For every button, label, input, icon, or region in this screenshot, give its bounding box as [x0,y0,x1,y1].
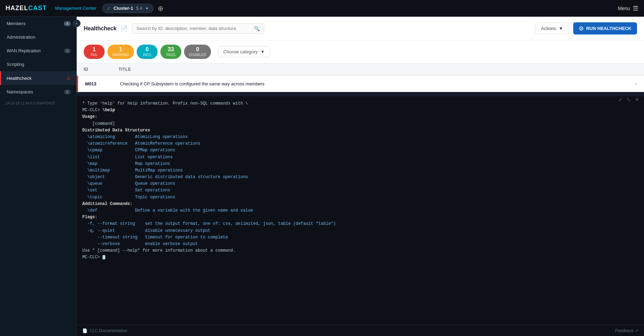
bottom-bar: 📄 CLC Documentation Feedback ↗ [77,325,644,336]
top-nav: HAZELCAST Management Center ✓ Cluster-1 … [0,0,644,17]
search-icon: 🔍 [254,26,260,31]
terminal-line: Flags: [82,214,638,221]
terminal-close-icon[interactable]: ✕ [634,96,640,103]
chevron-down-icon: ▼ [145,6,149,10]
category-placeholder: Choose category [223,49,257,54]
feedback-label: Feedback [615,328,634,333]
row-title: Checking if CP Subsystem is configured t… [120,81,627,86]
expand-row-icon[interactable]: › [627,81,637,87]
fail-count: 1 [93,47,96,52]
sidebar-label-healthcheck: Healthcheck [7,76,66,81]
sidebar-item-members[interactable]: Members 4 [0,17,76,30]
terminal-line: \map Map operations [82,161,638,167]
sidebar-version: 24-10-16 11:54 6.0-SNAPSHOT [0,99,76,108]
terminal-line: \atomiclong AtomicLong operations [82,134,638,140]
sidebar-item-wan-replication[interactable]: WAN Replication 0 [0,44,76,58]
actions-button[interactable]: Actions ▼ [535,23,569,34]
feedback-button[interactable]: Feedback ↗ [615,328,638,333]
disabled-label: DISABLED [189,53,206,57]
stats-row: 1 FAIL 1 WARNING 0 INFO 33 PASS 0 DISA [77,40,644,63]
play-icon: ⊙ [579,25,583,32]
terminal-line: \list List operations [82,154,638,161]
terminal-line: MC-CLC> \help [82,107,638,114]
terminal-line: \atomicreference AtomicReference operati… [82,140,638,147]
cluster-name: Cluster-1 [114,6,133,11]
warning-count: 1 [119,47,122,52]
search-input[interactable] [136,26,251,31]
terminal-line: [command] [82,121,638,127]
feedback-icon: ↗ [635,328,638,333]
cluster-selector[interactable]: ✓ Cluster-1 5.4 ▼ [102,4,153,13]
stat-fail[interactable]: 1 FAIL [84,45,105,59]
cluster-status-icon: ✓ [107,6,111,11]
terminal-fullscreen-icon[interactable]: ⤡ [626,96,631,103]
sidebar-badge-wan-replication: 0 [64,48,71,53]
sidebar-item-administration[interactable]: Administration [0,30,76,44]
healthcheck-title: Healthcheck [84,25,116,32]
healthcheck-panel: Healthcheck 📄 🔍 Actions ▼ ⊙ RUN HEALTHCH… [77,17,644,92]
terminal-line: * Type 'help' for help information. Pref… [82,100,638,107]
sidebar-collapse-button[interactable]: « [73,20,81,27]
title-column-header: Title [119,67,627,72]
stat-warning[interactable]: 1 WARNING [107,45,134,59]
warning-label: WARNING [112,53,129,57]
stat-pass[interactable]: 33 PASS [160,45,181,59]
terminal-line: \cpmap CPMap operations [82,147,638,154]
terminal-content[interactable]: * Type 'help' for help information. Pref… [77,96,644,325]
terminal-line: \multimap MultiMap operations [82,167,638,174]
info-count: 0 [146,47,149,52]
terminal-line: Use " [command] --help" for more informa… [82,247,638,254]
terminal-panel: · · · · · · · · · ⤢ ⤡ ✕ * Type 'help' fo… [77,92,644,325]
stat-disabled[interactable]: 0 DISABLED [184,45,211,59]
management-center-label: Management Center [55,6,97,11]
fail-label: FAIL [91,53,98,57]
hamburger-icon: ☰ [633,5,638,12]
content-area: Healthcheck 📄 🔍 Actions ▼ ⊙ RUN HEALTHCH… [77,17,644,336]
chevron-down-icon: ▼ [260,49,265,54]
disabled-count: 0 [196,47,199,52]
healthcheck-header: Healthcheck 📄 🔍 Actions ▼ ⊙ RUN HEALTHCH… [77,17,644,40]
run-healthcheck-label: RUN HEALTHCHECK [586,26,631,31]
row-id: M013 [85,81,120,86]
terminal-drag-handle[interactable]: · · · · · · · · · [77,92,644,96]
terminal-line: --timeout string timeout for operation t… [82,234,638,241]
alert-icon: ⚠ [66,75,71,81]
run-healthcheck-button[interactable]: ⊙ RUN HEALTHCHECK [573,22,637,35]
sidebar-item-namespaces[interactable]: Namespaces 0 [0,85,76,99]
sidebar-badge-members: 4 [64,21,71,26]
terminal-line: \topic Topic operations [82,194,638,201]
terminal-line: -q, --quiet disable unnecessary output [82,228,638,234]
terminal-line: --verbose enable verbose output [82,241,638,247]
terminal-line: \object Generic distributed data structu… [82,174,638,181]
menu-label: Menu [618,6,630,11]
sidebar-item-healthcheck[interactable]: Healthcheck ⚠ [0,71,76,85]
menu-button[interactable]: Menu ☰ [618,5,638,12]
sidebar-label-namespaces: Namespaces [7,89,64,94]
terminal-line: Usage: [82,114,638,120]
search-box[interactable]: 🔍 [132,23,264,34]
document-icon[interactable]: 📄 [121,25,128,32]
category-select[interactable]: Choose category ▼ [218,46,270,57]
clc-documentation-link[interactable]: 📄 CLC Documentation [82,328,127,333]
terminal-expand-icon[interactable]: ⤢ [618,96,623,103]
sidebar-item-scripting[interactable]: Scripting [0,58,76,71]
terminal-toolbar: ⤢ ⤡ ✕ [618,96,640,103]
pass-label: PASS [166,53,175,57]
terminal-line: MC-CLC> [82,254,638,261]
terminal-line: \def Define a variable with the given na… [82,207,638,214]
table-row[interactable]: M013 Checking if CP Subsystem is configu… [77,76,644,92]
stat-info[interactable]: 0 INFO [137,45,158,59]
terminal-line: \queue Queue operations [82,181,638,187]
sidebar-badge-namespaces: 0 [64,90,71,94]
add-cluster-button[interactable]: ⊕ [158,4,164,13]
logo-text: HAZELCAST [6,5,47,12]
terminal-line: Distributed Data Structures [82,127,638,134]
sidebar-label-administration: Administration [7,35,71,40]
sidebar-label-scripting: Scripting [7,62,71,67]
sidebar: « Members 4 Administration WAN Replicati… [0,17,77,336]
table-header: ID Title [77,63,644,76]
document-icon: 📄 [82,328,88,333]
terminal-line: \set Set operations [82,187,638,194]
logo: HAZELCAST [6,5,47,12]
info-label: INFO [143,53,151,57]
